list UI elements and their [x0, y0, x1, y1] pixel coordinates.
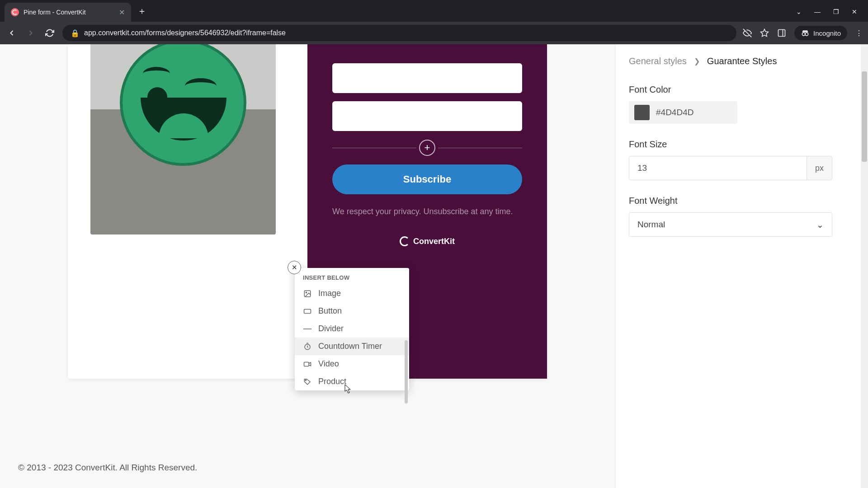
- forward-button[interactable]: [24, 27, 37, 39]
- kebab-menu-icon[interactable]: ⋮: [855, 29, 863, 38]
- svg-point-11: [305, 380, 306, 380]
- font-size-label: Font Size: [629, 139, 848, 150]
- insert-item-label: Countdown Timer: [318, 342, 382, 351]
- insert-video-item[interactable]: Video: [295, 355, 409, 373]
- color-hex-value: #4D4D4D: [656, 108, 693, 117]
- insert-countdown-item[interactable]: Countdown Timer: [295, 338, 409, 355]
- convertkit-badge[interactable]: ConvertKit: [332, 236, 522, 246]
- smiley-face-icon: [120, 44, 246, 166]
- timer-icon: [303, 342, 312, 351]
- video-icon: [303, 360, 312, 369]
- page-content: email. + Subscribe We respect your priva…: [0, 44, 868, 488]
- svg-point-6: [306, 292, 307, 293]
- font-weight-label: Font Weight: [629, 196, 848, 206]
- form-email-input[interactable]: [332, 101, 522, 131]
- insert-item-label: Image: [318, 289, 341, 298]
- browser-tab[interactable]: Pine form - ConvertKit ✕: [5, 3, 131, 22]
- insert-element-menu: ✕ INSERT BELOW Image Button Divider Coun…: [295, 268, 409, 390]
- font-weight-select[interactable]: Normal ⌄: [629, 212, 832, 237]
- incognito-badge[interactable]: Incognito: [794, 26, 847, 40]
- eye-off-icon[interactable]: [743, 28, 752, 38]
- form-left-pane: email.: [68, 44, 307, 379]
- insert-product-item[interactable]: Product: [295, 373, 409, 390]
- insert-button-item[interactable]: Button: [295, 302, 409, 320]
- svg-marker-0: [761, 29, 769, 37]
- favicon-icon: [11, 8, 19, 16]
- breadcrumb-current: Guarantee Styles: [707, 56, 777, 66]
- address-bar: 🔒 app.convertkit.com/forms/designers/564…: [0, 22, 868, 44]
- maximize-icon[interactable]: ❐: [833, 8, 839, 15]
- insert-divider-item[interactable]: Divider: [295, 320, 409, 338]
- svg-rect-10: [304, 362, 309, 366]
- style-sidebar: General styles ❯ Guarantee Styles Font C…: [615, 44, 862, 488]
- url-text: app.convertkit.com/forms/designers/56469…: [84, 29, 286, 37]
- incognito-icon: [801, 28, 810, 38]
- tab-title: Pine form - ConvertKit: [24, 9, 114, 16]
- breadcrumb-parent[interactable]: General styles: [629, 56, 687, 66]
- chevron-down-icon: ⌄: [816, 220, 824, 230]
- page-scrollbar-track[interactable]: [861, 44, 868, 488]
- browser-tab-strip: Pine form - ConvertKit ✕ ＋ ⌄ ― ❐ ✕: [0, 0, 868, 22]
- svg-rect-1: [778, 30, 785, 37]
- insert-item-label: Divider: [318, 324, 344, 333]
- svg-point-4: [805, 33, 808, 36]
- chevron-down-icon[interactable]: ⌄: [796, 8, 802, 15]
- page-scrollbar-thumb[interactable]: [862, 71, 867, 162]
- divider-icon: [303, 324, 312, 333]
- color-swatch[interactable]: [634, 105, 650, 120]
- insert-divider: +: [332, 141, 522, 155]
- font-size-unit: px: [807, 156, 832, 180]
- form-name-input[interactable]: [332, 63, 522, 93]
- footer-text: © 2013 - 2023 ConvertKit. All Rights Res…: [18, 463, 197, 473]
- svg-point-3: [802, 33, 805, 36]
- insert-item-label: Video: [318, 359, 339, 369]
- insert-item-label: Button: [318, 306, 342, 316]
- image-icon: [303, 289, 312, 298]
- convertkit-brand-label: ConvertKit: [413, 237, 455, 246]
- close-menu-button[interactable]: ✕: [288, 261, 301, 274]
- breadcrumb: General styles ❯ Guarantee Styles: [629, 56, 848, 66]
- font-weight-value: Normal: [637, 220, 665, 230]
- new-tab-button[interactable]: ＋: [137, 5, 146, 17]
- font-color-label: Font Color: [629, 84, 848, 95]
- font-size-input[interactable]: [629, 156, 807, 180]
- font-color-picker[interactable]: #4D4D4D: [629, 101, 737, 124]
- svg-rect-7: [304, 309, 311, 313]
- minimize-icon[interactable]: ―: [814, 8, 821, 15]
- button-icon: [303, 307, 312, 316]
- product-icon: [303, 377, 312, 386]
- lock-icon: 🔒: [71, 29, 80, 38]
- subscribe-button[interactable]: Subscribe: [332, 164, 522, 194]
- panel-icon[interactable]: [777, 28, 786, 38]
- close-window-icon[interactable]: ✕: [852, 8, 857, 15]
- window-controls: ⌄ ― ❐ ✕: [785, 8, 868, 22]
- form-image[interactable]: [90, 44, 276, 235]
- insert-image-item[interactable]: Image: [295, 285, 409, 302]
- close-tab-icon[interactable]: ✕: [119, 8, 125, 17]
- menu-scrollbar[interactable]: [405, 340, 408, 404]
- reload-button[interactable]: [43, 27, 56, 39]
- insert-menu-heading: INSERT BELOW: [295, 268, 409, 285]
- insert-element-button[interactable]: +: [419, 140, 435, 156]
- url-input[interactable]: 🔒 app.convertkit.com/forms/designers/564…: [62, 25, 736, 41]
- chevron-right-icon: ❯: [694, 57, 700, 66]
- star-icon[interactable]: [760, 28, 769, 38]
- privacy-text[interactable]: We respect your privacy. Unsubscribe at …: [332, 206, 522, 217]
- incognito-label: Incognito: [813, 29, 841, 37]
- form-canvas: email. + Subscribe We respect your priva…: [0, 44, 615, 488]
- convertkit-logo-icon: [400, 236, 410, 246]
- insert-item-label: Product: [318, 377, 346, 386]
- font-size-row: px: [629, 156, 832, 180]
- back-button[interactable]: [5, 27, 18, 39]
